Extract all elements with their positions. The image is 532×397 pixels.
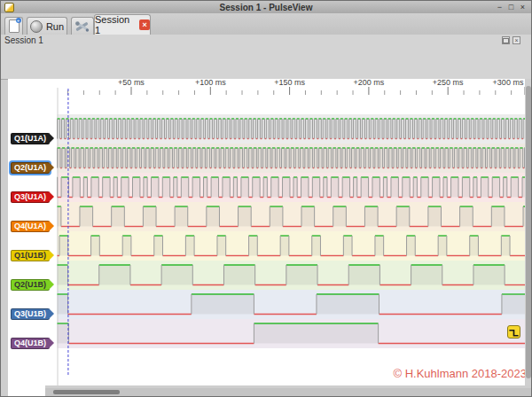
vertical-scroll-thumb[interactable]	[526, 86, 531, 378]
watermark: © H.Kuhlmann 2018-2023	[393, 367, 527, 380]
channel-flag-q3u1a[interactable]: Q3(U1A)	[11, 191, 50, 203]
channel-flag-q1u1a[interactable]: Q1(U1A)	[11, 133, 50, 144]
trace-canvas: +50 ms+100 ms+150 ms+200 ms+250 ms+300 m…	[1, 1, 532, 397]
minimize-button[interactable]: −	[494, 3, 505, 12]
scroll-corner	[8, 385, 45, 397]
svg-text:+150 ms: +150 ms	[274, 78, 305, 87]
horizontal-scrollbar[interactable]	[45, 388, 532, 397]
channel-flag-q3u1b[interactable]: Q3(U1B)	[11, 308, 50, 320]
horizontal-scroll-thumb[interactable]	[53, 390, 120, 394]
svg-text:+100 ms: +100 ms	[195, 78, 226, 87]
maximize-button[interactable]: □	[505, 3, 517, 12]
channel-flag-q2u1b[interactable]: Q2(U1B)	[11, 279, 50, 291]
trigger-marker[interactable]	[507, 325, 520, 339]
channel-flag-q1u1b[interactable]: Q1(U1B)	[11, 250, 50, 261]
channel-flag-q2u1a[interactable]: Q2(U1A)	[11, 162, 50, 174]
vertical-scrollbar[interactable]	[525, 79, 532, 385]
falling-edge-icon	[508, 327, 520, 339]
close-button[interactable]: ×	[517, 3, 528, 12]
svg-text:+300 ms: +300 ms	[493, 78, 524, 87]
channel-flag-q4u1b[interactable]: Q4(U1B)	[11, 338, 50, 349]
svg-text:+200 ms: +200 ms	[354, 78, 385, 87]
svg-text:+250 ms: +250 ms	[433, 78, 464, 87]
channel-flag-q4u1a[interactable]: Q4(U1A)	[11, 221, 50, 232]
pulseview-window: Session 1 - PulseView − □ × + Run Se	[0, 0, 532, 397]
svg-text:+50 ms: +50 ms	[118, 78, 145, 87]
